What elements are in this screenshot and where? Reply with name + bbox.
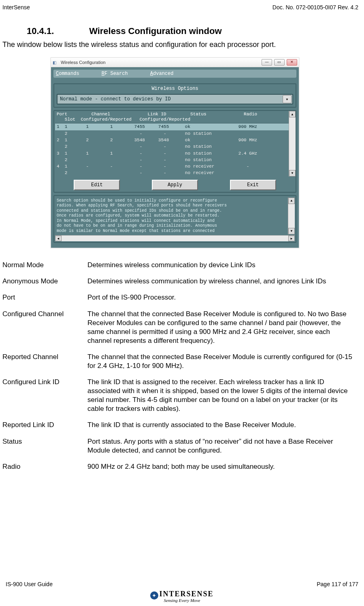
panel-title: Wireless Options bbox=[54, 84, 296, 92]
menu-rf-search[interactable]: RF Search bbox=[102, 71, 138, 77]
apply-button[interactable]: Apply bbox=[152, 180, 198, 190]
def-term: Radio bbox=[2, 462, 87, 471]
dropdown-arrow-icon[interactable]: ▼ bbox=[283, 95, 292, 103]
section-number: 10.4.1. bbox=[27, 26, 87, 36]
def-term: Status bbox=[2, 437, 87, 455]
info-vscrollbar[interactable]: ▲ ▼ bbox=[288, 198, 295, 235]
table-row[interactable]: 2 - - no station bbox=[55, 143, 295, 150]
intro-text: The window below lists the wireless stat… bbox=[2, 40, 358, 49]
def-desc: The channel that the connected Base Rece… bbox=[87, 310, 358, 345]
window-title: Wireless Configuration bbox=[59, 60, 261, 65]
scroll-track[interactable] bbox=[62, 236, 288, 241]
close-button[interactable]: ✕ bbox=[287, 59, 297, 66]
scroll-down-icon[interactable]: ▼ bbox=[289, 170, 296, 176]
exit-button[interactable]: Exit bbox=[230, 180, 276, 190]
footer-left: IS-900 User Guide bbox=[6, 581, 53, 587]
scroll-down-icon[interactable]: ▼ bbox=[288, 228, 295, 234]
header-right: Doc. No. 072-00105-0I07 Rev. 4.2 bbox=[272, 4, 358, 11]
scroll-left-icon[interactable]: ◄ bbox=[55, 236, 62, 241]
section-title: Wireless Configuration window bbox=[89, 26, 221, 36]
logo-text: ✦ INTERSENSE bbox=[150, 590, 213, 599]
logo-tagline: Sensing Every Move bbox=[0, 598, 364, 603]
port-table: Port Channel Link ID Status Radio Slot C… bbox=[55, 111, 295, 176]
maximize-button[interactable]: ▭ bbox=[274, 59, 285, 66]
table-row[interactable]: 3 1 1 1 - - no station 2.4 GHz bbox=[55, 150, 295, 157]
table-row[interactable]: 2 - - no receiver bbox=[55, 170, 295, 176]
footer-right: Page 117 of 177 bbox=[317, 581, 358, 587]
menubar: Commands RF Search Advanced bbox=[53, 70, 296, 78]
def-desc: Port of the IS-900 Processor. bbox=[87, 293, 358, 302]
minimize-button[interactable]: — bbox=[262, 59, 272, 66]
def-term: Normal Mode bbox=[2, 261, 87, 270]
definition-list: Normal ModeDetermines wireless communica… bbox=[2, 261, 358, 471]
section-heading: 10.4.1. Wireless Configuration window bbox=[27, 26, 358, 36]
footer-logo: ✦ INTERSENSE Sensing Every Move bbox=[0, 590, 364, 603]
def-term: Anonymous Mode bbox=[2, 277, 87, 286]
def-term: Reported Channel bbox=[2, 353, 87, 370]
table-header: Port Channel Link ID Status Radio Slot C… bbox=[55, 111, 295, 123]
def-term: Configured Link ID bbox=[2, 378, 87, 413]
table-row[interactable]: 1 1 1 1 7455 7455 ok 900 MHz bbox=[55, 123, 295, 130]
menu-commands[interactable]: Commands bbox=[56, 71, 89, 77]
def-desc: Determines wireless communication by dev… bbox=[87, 261, 358, 270]
table-row[interactable]: 2 - - no station bbox=[55, 130, 295, 137]
scroll-track[interactable] bbox=[289, 117, 296, 170]
table-row[interactable]: 2 1 2 2 3548 3548 ok 900 MHz bbox=[55, 137, 295, 143]
def-desc: 900 MHz or 2.4 GHz band; both may be use… bbox=[87, 462, 358, 471]
logo-icon: ✦ bbox=[150, 591, 158, 600]
def-desc: The link ID that is assigned to the rece… bbox=[87, 378, 358, 413]
window-icon: ◧ bbox=[53, 60, 59, 65]
header-left: InterSense bbox=[2, 4, 30, 11]
def-desc: Port status. Any ports with a status of … bbox=[87, 437, 358, 455]
scroll-track[interactable] bbox=[288, 204, 295, 228]
table-row[interactable]: 2 - - no station bbox=[55, 157, 295, 163]
info-hscrollbar[interactable]: ◄ ► bbox=[55, 235, 295, 241]
scroll-up-icon[interactable]: ▲ bbox=[288, 198, 295, 204]
def-desc: Determines wireless communication by wir… bbox=[87, 277, 358, 286]
table-row[interactable]: 4 1 - - - - no receiver - bbox=[55, 163, 295, 170]
menu-advanced[interactable]: Advanced bbox=[150, 71, 183, 77]
def-desc: The channel that the connected Base Rece… bbox=[87, 353, 358, 370]
def-term: Configured Channel bbox=[2, 310, 87, 345]
def-term: Port bbox=[2, 293, 87, 302]
def-term: Reported Link ID bbox=[2, 421, 87, 430]
info-text: Search option should be used to initiall… bbox=[55, 198, 295, 235]
scroll-right-icon[interactable]: ► bbox=[288, 236, 295, 241]
def-desc: The link ID that is currently associated… bbox=[87, 421, 358, 430]
table-vscrollbar[interactable]: ▲ ▼ bbox=[289, 111, 296, 176]
mode-selected-text: Normal mode - connect to devices by ID bbox=[57, 96, 282, 102]
wireless-config-window: ◧ Wireless Configuration — ▭ ✕ Commands … bbox=[50, 57, 300, 249]
mode-dropdown[interactable]: Normal mode - connect to devices by ID ▼ bbox=[57, 94, 293, 104]
edit-button[interactable]: Edit bbox=[74, 180, 120, 190]
scroll-up-icon[interactable]: ▲ bbox=[289, 111, 296, 117]
